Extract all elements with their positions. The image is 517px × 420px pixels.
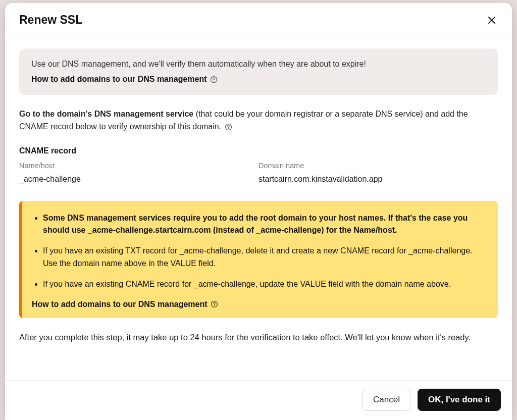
domain-name-value: startcairn.com.kinstavalidation.app — [258, 175, 498, 184]
help-icon[interactable] — [225, 123, 232, 131]
close-button[interactable] — [486, 14, 498, 26]
banner-text: Use our DNS management, and we'll verify… — [31, 60, 486, 69]
name-host-value: _acme-challenge — [19, 175, 258, 184]
domain-name-header: Domain name — [258, 162, 498, 170]
cancel-button[interactable]: Cancel — [363, 389, 410, 411]
cname-record-grid: Name/host _acme-challenge Domain name st… — [19, 162, 498, 184]
warning-item-txt: If you have an existing TXT record for _… — [43, 245, 486, 270]
svg-point-3 — [228, 128, 229, 129]
dns-instruction: Go to the domain's DNS management servic… — [19, 108, 498, 133]
modal-title: Renew SSL — [19, 13, 82, 27]
warning-link-label: How to add domains to our DNS management — [32, 300, 208, 309]
warning-dns-link[interactable]: How to add domains to our DNS management — [32, 300, 218, 309]
name-host-header: Name/host — [19, 162, 258, 170]
after-step-text: After you complete this step, it may tak… — [19, 331, 498, 344]
modal-header: Renew SSL — [5, 3, 512, 36]
warn1-b: _acme-challenge.startcairn.com — [88, 226, 211, 234]
modal-body: Use our DNS management, and we'll verify… — [5, 36, 512, 380]
banner-dns-link[interactable]: How to add domains to our DNS management — [31, 75, 218, 84]
ok-done-button[interactable]: OK, I've done it — [418, 389, 501, 411]
name-host-column: Name/host _acme-challenge — [19, 162, 258, 184]
svg-point-5 — [214, 305, 215, 306]
modal-footer: Cancel OK, I've done it — [5, 380, 512, 420]
renew-ssl-modal: Renew SSL Use our DNS management, and we… — [5, 3, 512, 420]
banner-link-label: How to add domains to our DNS management — [31, 75, 207, 84]
cname-section-label: CNAME record — [19, 146, 498, 155]
warn1-c: (instead of _acme-challenge) for the Nam… — [211, 226, 397, 234]
warning-item-cname: If you have an existing CNAME record for… — [43, 278, 486, 291]
warning-box: Some DNS management services require you… — [19, 201, 498, 318]
dns-auto-banner: Use our DNS management, and we'll verify… — [19, 48, 498, 95]
domain-name-column: Domain name startcairn.com.kinstavalidat… — [258, 162, 498, 184]
close-icon — [488, 16, 496, 24]
instruction-bold: Go to the domain's DNS management servic… — [19, 110, 193, 118]
help-icon — [211, 300, 218, 308]
help-icon — [210, 76, 218, 83]
warning-list: Some DNS management services require you… — [32, 212, 486, 291]
warning-item-root-domain: Some DNS management services require you… — [43, 212, 486, 237]
svg-point-1 — [213, 80, 214, 81]
